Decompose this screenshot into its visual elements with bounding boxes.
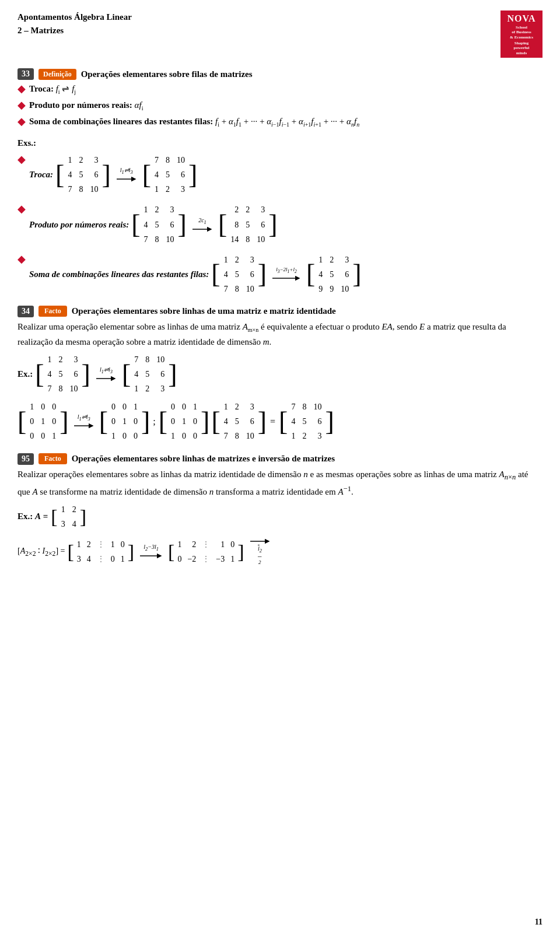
aug-mat2: [ 1 2 ⋮ 1 0 0 −2 ⋮ −3 1 (168, 537, 244, 566)
badge-33: 33 (18, 68, 34, 80)
ex95-A: [ 12 34 ] (51, 502, 86, 531)
equals-34: = (270, 416, 275, 427)
ex34-label: Ex.: (18, 369, 33, 379)
produto-label-ex: Produto por números reais: (29, 220, 129, 230)
troca-mat2: [ 7810 456 123 ] (142, 153, 198, 197)
header-titles: Apontamentos Álgebra Linear 2 – Matrizes (18, 10, 132, 37)
section-33-title: Operações elementares sobre filas de mat… (81, 69, 253, 79)
section-95-ex1: Ex.: A = [ 12 34 ] (18, 502, 542, 531)
prod-mat2: [ 223 856 14810 ] (218, 202, 278, 246)
soma-example-content: Soma de combinações lineares das restant… (29, 253, 362, 296)
aug-label: [A2×2 ∶ I2×2] = (18, 546, 65, 558)
badge-facto-34: Facto (38, 306, 67, 317)
ex34-row2: [ 100 010 001 ] l1⇌l3 [ 001 (18, 400, 542, 443)
exs-label: Exs.: (18, 138, 36, 148)
bullet-soma-content: Soma de combinações lineares das restant… (29, 115, 359, 129)
red-bullet-1: ◆ (18, 83, 26, 96)
troca-example-content: Troca: [ 123 456 7810 ] l1⇌l3 (29, 153, 197, 197)
section-33-header: 33 Definição Operações elementares sobre… (18, 68, 542, 80)
arrow-l2-div2: l2 ─2 (249, 538, 271, 565)
semicolon: ; (153, 416, 155, 427)
section-34-header: 34 Facto Operações elementares sobre lin… (18, 306, 542, 317)
aug-mat1: [ 1 2 ⋮ 1 0 3 4 ⋮ 0 1 (67, 537, 134, 566)
ex95-label: Ex.: A = (18, 512, 48, 521)
ex34-A: [ 123 456 7810 ] (211, 400, 267, 443)
bullet-produto: ◆ Produto por números reais: αfi (18, 99, 542, 113)
troca-mat1: [ 123 456 7810 ] (55, 153, 111, 197)
soma-mat1: [ 123 456 7810 ] (211, 253, 267, 296)
bullet-produto-content: Produto por números reais: αfi (29, 99, 143, 113)
arrow-2c1: 2c1 (191, 217, 214, 233)
section-34: 34 Facto Operações elementares sobre lin… (18, 306, 542, 444)
ex34-identity: [ 100 010 001 ] (18, 400, 69, 443)
ex34-E2: [ 001 010 100 ] (159, 400, 210, 443)
ex34-result: [ 7810 456 123 ] (279, 400, 334, 443)
prod-mat1: [ 123 456 7810 ] (131, 202, 187, 246)
section-34-title: Operações elementares sobre linhas de um… (72, 306, 336, 316)
section-95-title: Operações elementares sobre linhas de ma… (72, 454, 335, 464)
red-bullet-troca-ex: ◆ (18, 153, 26, 166)
ex34-mat1: [ 123 456 7810 ] (35, 352, 90, 396)
produto-example-content: Produto por números reais: [ 123 456 781… (29, 202, 278, 246)
bullet-soma: ◆ Soma de combinações lineares das resta… (18, 115, 542, 129)
section-95-header: 95 Facto Operações elementares sobre lin… (18, 453, 542, 465)
red-bullet-3: ◆ (18, 115, 26, 128)
exs-section: Exs.: (18, 138, 542, 148)
produto-example: ◆ Produto por números reais: [ 123 456 7… (18, 202, 542, 246)
red-bullet-soma-ex: ◆ (18, 253, 26, 266)
section-33: 33 Definição Operações elementares sobre… (18, 68, 542, 129)
ex34-mat2: [ 7810 456 123 ] (122, 352, 177, 396)
soma-mat2: [ 123 456 9910 ] (306, 253, 362, 296)
badge-facto-95: Facto (38, 453, 67, 464)
arrow-l1l3-identity: l1⇌l3 (73, 414, 95, 429)
soma-label-ex: Soma de combinações lineares das restant… (29, 269, 209, 279)
ex34-E: [ 001 010 100 ] (99, 400, 150, 443)
section-95-augmented: [A2×2 ∶ I2×2] = [ 1 2 ⋮ 1 0 3 4 ⋮ (18, 537, 542, 566)
bullet-troca: ◆ Troca: fi ⇌ fj (18, 82, 542, 96)
troca-example: ◆ Troca: [ 123 456 7810 ] l1⇌l3 (18, 153, 542, 197)
title-line1: Apontamentos Álgebra Linear (18, 10, 132, 24)
arrow-soma: l3−2l1+l2 (271, 267, 302, 282)
page: Apontamentos Álgebra Linear 2 – Matrizes… (0, 0, 560, 935)
troca-label-ex: Troca: (29, 170, 53, 180)
section-34-para1: Realizar uma operação elementar sobre as… (18, 320, 542, 349)
bullet-troca-content: Troca: fi ⇌ fj (29, 82, 76, 96)
section-95-para1: Realizar operações elementares sobre as … (18, 467, 542, 499)
arrow-l2-3l1: l2−3l1 (139, 544, 163, 559)
soma-example: ◆ Soma de combinações lineares das resta… (18, 253, 542, 296)
arrow-l1l3-troca: l1⇌l3 (116, 167, 138, 183)
badge-95: 95 (18, 453, 34, 465)
section-34-ex: Ex.: [ 123 456 7810 ] l1⇌l3 (18, 352, 542, 396)
badge-definicao: Definição (38, 69, 76, 80)
title-line2: 2 – Matrizes (18, 24, 132, 37)
red-bullet-2: ◆ (18, 99, 26, 112)
ex34-row1: Ex.: [ 123 456 7810 ] l1⇌l3 (18, 352, 177, 396)
arrow-l1l3-ex34: l1⇌l3 (95, 366, 117, 382)
header: Apontamentos Álgebra Linear 2 – Matrizes… (18, 10, 542, 58)
red-bullet-prod-ex: ◆ (18, 203, 26, 216)
page-number: 11 (535, 918, 542, 927)
badge-34: 34 (18, 306, 34, 317)
section-95: 95 Facto Operações elementares sobre lin… (18, 453, 542, 566)
nova-logo: NOVA Schoolof Business& Economics Shapin… (501, 10, 542, 58)
